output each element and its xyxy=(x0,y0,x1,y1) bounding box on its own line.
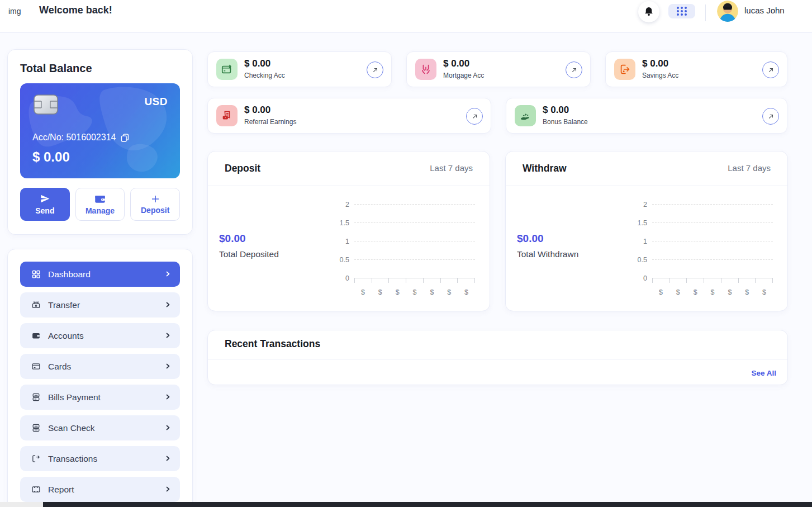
sidebar-item-accounts[interactable]: Accounts xyxy=(20,323,180,348)
total-withdrawn-label: Total Withdrawn xyxy=(517,249,578,259)
y-tick: 1.5 xyxy=(333,219,354,227)
bank-card: USD Acc/No: 5016002314 $ 0.00 xyxy=(20,83,180,178)
panel-title: Deposit xyxy=(225,163,260,174)
checking-account-card: $ 0.00 Checking Acc xyxy=(207,51,392,87)
arrow-up-right-icon xyxy=(571,67,578,74)
chevron-right-icon xyxy=(164,362,171,370)
page-title: Welcome back! xyxy=(39,4,112,16)
send-plane-icon xyxy=(40,193,50,204)
copy-icon[interactable] xyxy=(120,133,130,143)
scan-check-icon xyxy=(31,423,41,433)
horizontal-scrollbar xyxy=(0,502,812,507)
balance-title: Total Balance xyxy=(20,62,92,75)
x-axis xyxy=(354,278,475,283)
bills-payment-icon xyxy=(31,392,41,402)
y-tick: 0 xyxy=(630,274,652,282)
savings-account-card: $ 0.00 Savings Acc xyxy=(605,51,787,87)
withdraw-chart: 2 1.5 1 0.5 0 $$$$$$$ xyxy=(630,195,773,296)
y-tick: 2 xyxy=(630,201,652,209)
arrow-up-right-icon xyxy=(471,113,478,120)
mortgage-account-card: $ 0.00 Mortgage Acc xyxy=(406,51,591,87)
panel-header: Recent Transactions xyxy=(208,330,787,359)
panel-period: Last 7 days xyxy=(728,163,771,173)
sidebar-item-bills-payment[interactable]: Bills Payment xyxy=(20,385,180,410)
sidebar-item-transfer[interactable]: Transfer xyxy=(20,292,180,318)
total-deposited-amount: $0.00 xyxy=(219,233,279,245)
account-label: Checking Acc xyxy=(244,72,285,79)
gridline xyxy=(652,204,773,205)
gridline xyxy=(652,259,773,260)
chevron-right-icon xyxy=(164,331,171,339)
bonus-balance-card: $ 0.00 Bonus Balance xyxy=(506,98,787,134)
open-account-button[interactable] xyxy=(466,108,483,125)
manage-button[interactable]: Manage xyxy=(75,188,125,221)
sidebar-item-cards[interactable]: Cards xyxy=(20,354,180,379)
sidebar-item-transactions[interactable]: Transactions xyxy=(20,446,180,471)
arrow-up-right-icon xyxy=(767,67,775,74)
sidebar-item-dashboard[interactable]: Dashboard xyxy=(20,262,180,287)
recent-transactions-panel: Recent Transactions See All xyxy=(207,330,788,385)
chevron-right-icon xyxy=(164,301,171,309)
chevron-right-icon xyxy=(164,393,171,401)
withdraw-totals: $0.00 Total Withdrawn xyxy=(517,233,578,259)
gridline xyxy=(652,241,773,241)
y-tick: 0.5 xyxy=(630,256,652,264)
panel-header: Deposit Last 7 days xyxy=(208,151,490,186)
account-label: Referral Earnings xyxy=(244,118,296,126)
receipt-cash-icon xyxy=(216,105,238,126)
account-amount: $ 0.00 xyxy=(244,58,270,69)
gridline xyxy=(354,204,475,205)
horizontal-scrollbar-thumb[interactable] xyxy=(43,502,812,507)
gridline xyxy=(354,222,475,223)
user-avatar[interactable] xyxy=(717,1,738,22)
open-account-button[interactable] xyxy=(762,61,779,78)
y-tick: 2 xyxy=(333,201,354,209)
chevron-right-icon xyxy=(164,454,171,462)
sidebar-item-scan-check[interactable]: Scan Check xyxy=(20,415,180,440)
gridline xyxy=(354,259,475,260)
bell-icon xyxy=(643,6,654,17)
sidebar-item-report[interactable]: Report xyxy=(20,477,180,502)
recent-transactions-title: Recent Transactions xyxy=(225,338,320,350)
open-account-button[interactable] xyxy=(367,61,383,78)
transfer-icon xyxy=(31,300,41,310)
gridline xyxy=(354,241,475,241)
wallet-icon xyxy=(31,331,41,341)
total-balance-card: Total Balance USD Acc/No: 5016002314 xyxy=(7,49,193,235)
y-tick: 0 xyxy=(333,274,354,282)
panel-period: Last 7 days xyxy=(430,163,473,173)
report-icon xyxy=(31,485,41,495)
header-divider xyxy=(705,4,706,21)
account-label: Mortgage Acc xyxy=(443,72,484,79)
apps-grid-button[interactable] xyxy=(668,4,695,18)
see-all-link[interactable]: See All xyxy=(751,369,776,377)
account-amount: $ 0.00 xyxy=(642,58,668,69)
sidebar-menu: Dashboard Transfer Accounts Cards xyxy=(7,249,193,507)
deposit-button[interactable]: Deposit xyxy=(130,188,180,221)
referral-earnings-card: $ 0.00 Referral Earnings xyxy=(207,98,491,134)
grid-dots-icon xyxy=(675,6,688,16)
account-amount: $ 0.00 xyxy=(244,105,270,116)
total-deposited-label: Total Deposited xyxy=(219,249,279,259)
account-label: Savings Acc xyxy=(642,72,678,79)
logout-arrow-icon xyxy=(614,59,635,80)
arrow-up-right-icon xyxy=(372,67,379,74)
transactions-icon xyxy=(31,454,41,464)
withdraw-panel: Withdraw Last 7 days $0.00 Total Withdra… xyxy=(505,151,788,311)
open-account-button[interactable] xyxy=(566,61,582,78)
card-chip-icon xyxy=(34,94,58,115)
user-name: lucas John xyxy=(744,6,785,15)
credit-card-icon xyxy=(31,362,41,372)
wallet-icon xyxy=(94,194,106,204)
notifications-button[interactable] xyxy=(638,1,659,22)
x-axis-labels: $$$$$$$ xyxy=(652,288,773,296)
currency-label: USD xyxy=(144,96,168,108)
plus-icon xyxy=(151,195,160,203)
send-button[interactable]: Send xyxy=(20,188,70,221)
open-account-button[interactable] xyxy=(762,108,779,125)
y-tick: 1 xyxy=(333,238,354,245)
account-number: Acc/No: 5016002314 xyxy=(32,132,130,143)
card-balance-amount: $ 0.00 xyxy=(32,149,70,165)
chevron-right-icon xyxy=(164,270,171,278)
gridline xyxy=(652,222,773,223)
